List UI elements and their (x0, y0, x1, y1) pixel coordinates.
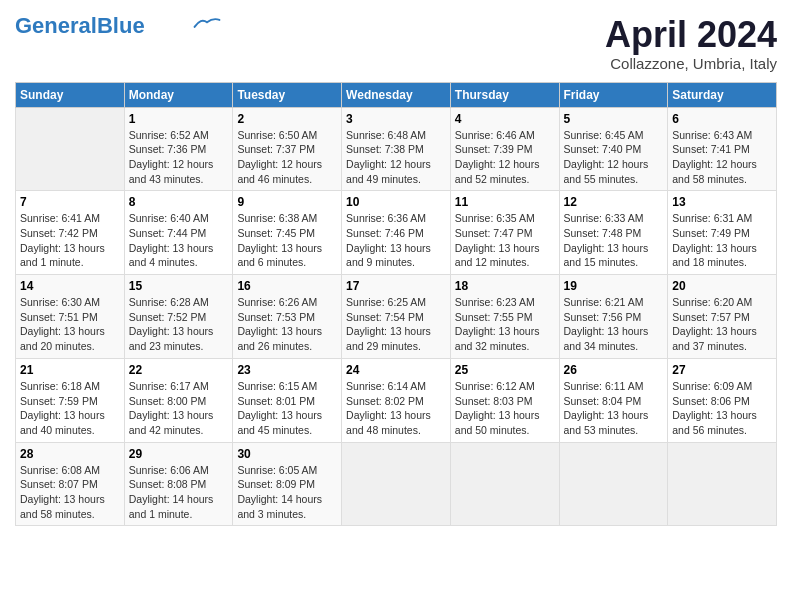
day-info: Sunrise: 6:06 AMSunset: 8:08 PMDaylight:… (129, 463, 229, 522)
day-info: Sunrise: 6:28 AMSunset: 7:52 PMDaylight:… (129, 295, 229, 354)
weekday-header-wednesday: Wednesday (342, 82, 451, 107)
calendar-cell: 7Sunrise: 6:41 AMSunset: 7:42 PMDaylight… (16, 191, 125, 275)
day-info: Sunrise: 6:12 AMSunset: 8:03 PMDaylight:… (455, 379, 555, 438)
calendar-cell: 20Sunrise: 6:20 AMSunset: 7:57 PMDayligh… (668, 275, 777, 359)
day-number: 10 (346, 195, 446, 209)
calendar-cell: 19Sunrise: 6:21 AMSunset: 7:56 PMDayligh… (559, 275, 668, 359)
weekday-header-row: SundayMondayTuesdayWednesdayThursdayFrid… (16, 82, 777, 107)
day-info: Sunrise: 6:26 AMSunset: 7:53 PMDaylight:… (237, 295, 337, 354)
day-info: Sunrise: 6:33 AMSunset: 7:48 PMDaylight:… (564, 211, 664, 270)
day-info: Sunrise: 6:35 AMSunset: 7:47 PMDaylight:… (455, 211, 555, 270)
calendar-cell: 11Sunrise: 6:35 AMSunset: 7:47 PMDayligh… (450, 191, 559, 275)
calendar-cell: 14Sunrise: 6:30 AMSunset: 7:51 PMDayligh… (16, 275, 125, 359)
day-number: 21 (20, 363, 120, 377)
calendar-cell: 22Sunrise: 6:17 AMSunset: 8:00 PMDayligh… (124, 358, 233, 442)
calendar-cell (342, 442, 451, 526)
day-number: 1 (129, 112, 229, 126)
calendar-cell: 25Sunrise: 6:12 AMSunset: 8:03 PMDayligh… (450, 358, 559, 442)
calendar-cell (559, 442, 668, 526)
day-number: 16 (237, 279, 337, 293)
calendar-cell: 16Sunrise: 6:26 AMSunset: 7:53 PMDayligh… (233, 275, 342, 359)
day-info: Sunrise: 6:40 AMSunset: 7:44 PMDaylight:… (129, 211, 229, 270)
day-number: 20 (672, 279, 772, 293)
day-info: Sunrise: 6:45 AMSunset: 7:40 PMDaylight:… (564, 128, 664, 187)
calendar-cell: 21Sunrise: 6:18 AMSunset: 7:59 PMDayligh… (16, 358, 125, 442)
day-info: Sunrise: 6:30 AMSunset: 7:51 PMDaylight:… (20, 295, 120, 354)
day-number: 8 (129, 195, 229, 209)
day-number: 7 (20, 195, 120, 209)
day-info: Sunrise: 6:38 AMSunset: 7:45 PMDaylight:… (237, 211, 337, 270)
day-number: 14 (20, 279, 120, 293)
day-number: 30 (237, 447, 337, 461)
location: Collazzone, Umbria, Italy (605, 55, 777, 72)
calendar-cell: 4Sunrise: 6:46 AMSunset: 7:39 PMDaylight… (450, 107, 559, 191)
day-info: Sunrise: 6:41 AMSunset: 7:42 PMDaylight:… (20, 211, 120, 270)
weekday-header-friday: Friday (559, 82, 668, 107)
logo-bird-icon (193, 16, 221, 30)
calendar-cell: 18Sunrise: 6:23 AMSunset: 7:55 PMDayligh… (450, 275, 559, 359)
day-info: Sunrise: 6:05 AMSunset: 8:09 PMDaylight:… (237, 463, 337, 522)
day-info: Sunrise: 6:23 AMSunset: 7:55 PMDaylight:… (455, 295, 555, 354)
day-info: Sunrise: 6:48 AMSunset: 7:38 PMDaylight:… (346, 128, 446, 187)
day-info: Sunrise: 6:36 AMSunset: 7:46 PMDaylight:… (346, 211, 446, 270)
day-info: Sunrise: 6:52 AMSunset: 7:36 PMDaylight:… (129, 128, 229, 187)
calendar-cell: 9Sunrise: 6:38 AMSunset: 7:45 PMDaylight… (233, 191, 342, 275)
day-info: Sunrise: 6:31 AMSunset: 7:49 PMDaylight:… (672, 211, 772, 270)
calendar-cell: 30Sunrise: 6:05 AMSunset: 8:09 PMDayligh… (233, 442, 342, 526)
calendar-cell: 29Sunrise: 6:06 AMSunset: 8:08 PMDayligh… (124, 442, 233, 526)
calendar-cell: 12Sunrise: 6:33 AMSunset: 7:48 PMDayligh… (559, 191, 668, 275)
calendar-cell: 13Sunrise: 6:31 AMSunset: 7:49 PMDayligh… (668, 191, 777, 275)
day-info: Sunrise: 6:09 AMSunset: 8:06 PMDaylight:… (672, 379, 772, 438)
day-number: 11 (455, 195, 555, 209)
calendar-cell: 2Sunrise: 6:50 AMSunset: 7:37 PMDaylight… (233, 107, 342, 191)
calendar-cell (16, 107, 125, 191)
day-info: Sunrise: 6:08 AMSunset: 8:07 PMDaylight:… (20, 463, 120, 522)
day-info: Sunrise: 6:43 AMSunset: 7:41 PMDaylight:… (672, 128, 772, 187)
day-info: Sunrise: 6:14 AMSunset: 8:02 PMDaylight:… (346, 379, 446, 438)
calendar-week-5: 28Sunrise: 6:08 AMSunset: 8:07 PMDayligh… (16, 442, 777, 526)
day-number: 29 (129, 447, 229, 461)
calendar-cell: 24Sunrise: 6:14 AMSunset: 8:02 PMDayligh… (342, 358, 451, 442)
day-info: Sunrise: 6:17 AMSunset: 8:00 PMDaylight:… (129, 379, 229, 438)
day-number: 18 (455, 279, 555, 293)
calendar-cell: 15Sunrise: 6:28 AMSunset: 7:52 PMDayligh… (124, 275, 233, 359)
calendar-cell (668, 442, 777, 526)
calendar-cell: 6Sunrise: 6:43 AMSunset: 7:41 PMDaylight… (668, 107, 777, 191)
calendar-week-2: 7Sunrise: 6:41 AMSunset: 7:42 PMDaylight… (16, 191, 777, 275)
calendar-cell (450, 442, 559, 526)
page-header: GeneralBlue April 2024 Collazzone, Umbri… (15, 15, 777, 72)
calendar-cell: 3Sunrise: 6:48 AMSunset: 7:38 PMDaylight… (342, 107, 451, 191)
day-number: 2 (237, 112, 337, 126)
day-number: 9 (237, 195, 337, 209)
weekday-header-sunday: Sunday (16, 82, 125, 107)
calendar-table: SundayMondayTuesdayWednesdayThursdayFrid… (15, 82, 777, 527)
weekday-header-saturday: Saturday (668, 82, 777, 107)
day-info: Sunrise: 6:50 AMSunset: 7:37 PMDaylight:… (237, 128, 337, 187)
calendar-cell: 5Sunrise: 6:45 AMSunset: 7:40 PMDaylight… (559, 107, 668, 191)
calendar-cell: 26Sunrise: 6:11 AMSunset: 8:04 PMDayligh… (559, 358, 668, 442)
day-number: 28 (20, 447, 120, 461)
logo: GeneralBlue (15, 15, 221, 37)
calendar-cell: 17Sunrise: 6:25 AMSunset: 7:54 PMDayligh… (342, 275, 451, 359)
month-title: April 2024 (605, 15, 777, 55)
logo-text: GeneralBlue (15, 15, 145, 37)
calendar-cell: 28Sunrise: 6:08 AMSunset: 8:07 PMDayligh… (16, 442, 125, 526)
day-info: Sunrise: 6:20 AMSunset: 7:57 PMDaylight:… (672, 295, 772, 354)
weekday-header-thursday: Thursday (450, 82, 559, 107)
day-number: 22 (129, 363, 229, 377)
day-number: 19 (564, 279, 664, 293)
calendar-week-1: 1Sunrise: 6:52 AMSunset: 7:36 PMDaylight… (16, 107, 777, 191)
weekday-header-monday: Monday (124, 82, 233, 107)
day-number: 26 (564, 363, 664, 377)
day-info: Sunrise: 6:11 AMSunset: 8:04 PMDaylight:… (564, 379, 664, 438)
day-number: 15 (129, 279, 229, 293)
day-info: Sunrise: 6:25 AMSunset: 7:54 PMDaylight:… (346, 295, 446, 354)
day-info: Sunrise: 6:21 AMSunset: 7:56 PMDaylight:… (564, 295, 664, 354)
day-number: 12 (564, 195, 664, 209)
calendar-cell: 1Sunrise: 6:52 AMSunset: 7:36 PMDaylight… (124, 107, 233, 191)
day-number: 17 (346, 279, 446, 293)
day-number: 5 (564, 112, 664, 126)
day-number: 6 (672, 112, 772, 126)
calendar-cell: 8Sunrise: 6:40 AMSunset: 7:44 PMDaylight… (124, 191, 233, 275)
calendar-week-3: 14Sunrise: 6:30 AMSunset: 7:51 PMDayligh… (16, 275, 777, 359)
